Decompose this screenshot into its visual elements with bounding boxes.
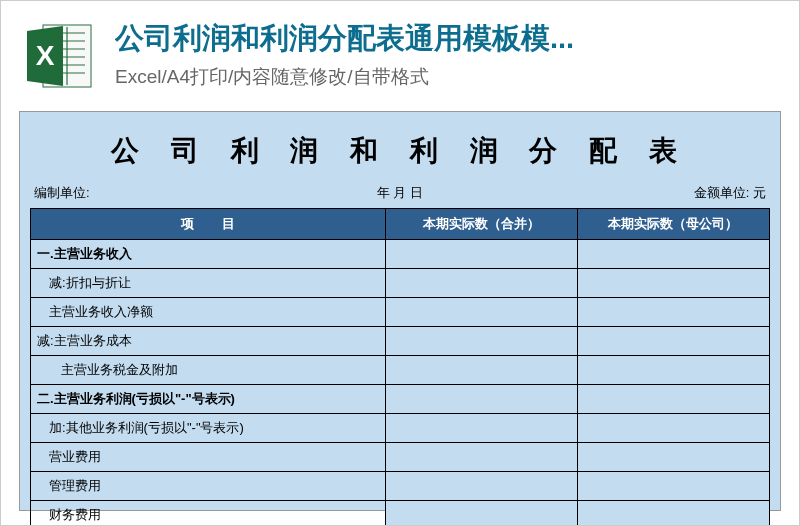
meta-mid: 年 月 日 — [278, 184, 522, 202]
excel-icon: X — [23, 19, 97, 93]
row-col2 — [385, 327, 577, 356]
page-title: 公司利润和利润分配表通用模板模... — [115, 21, 777, 56]
table-row: 减:折扣与折让 — [31, 269, 770, 298]
table-row: 一.主营业务收入 — [31, 240, 770, 269]
table-row: 营业费用 — [31, 443, 770, 472]
th-item: 项目 — [31, 209, 386, 240]
row-col3 — [577, 501, 769, 527]
row-label: 主营业务税金及附加 — [31, 356, 386, 385]
table-row: 主营业务税金及附加 — [31, 356, 770, 385]
table-row: 加:其他业务利润(亏损以"-"号表示) — [31, 414, 770, 443]
sheet-title: 公 司 利 润 和 利 润 分 配 表 — [30, 124, 770, 184]
th-col3: 本期实际数（母公司） — [577, 209, 769, 240]
row-label: 一.主营业务收入 — [31, 240, 386, 269]
row-col2 — [385, 414, 577, 443]
meta-row: 编制单位: 年 月 日 金额单位: 元 — [30, 184, 770, 208]
row-label: 加:其他业务利润(亏损以"-"号表示) — [31, 414, 386, 443]
row-col2 — [385, 472, 577, 501]
meta-left: 编制单位: — [34, 184, 278, 202]
profit-table: 项目 本期实际数（合并） 本期实际数（母公司） 一.主营业务收入减:折扣与折让主… — [30, 208, 770, 526]
row-col2 — [385, 443, 577, 472]
table-row: 财务费用 — [31, 501, 770, 527]
table-row: 主营业务收入净额 — [31, 298, 770, 327]
page-subtitle: Excel/A4打印/内容随意修改/自带格式 — [115, 64, 777, 90]
row-label: 营业费用 — [31, 443, 386, 472]
row-col3 — [577, 414, 769, 443]
row-col3 — [577, 240, 769, 269]
row-col3 — [577, 385, 769, 414]
table-row: 减:主营业务成本 — [31, 327, 770, 356]
svg-text:X: X — [36, 40, 55, 71]
row-col2 — [385, 385, 577, 414]
row-col2 — [385, 240, 577, 269]
row-col3 — [577, 443, 769, 472]
row-col3 — [577, 356, 769, 385]
row-label: 财务费用 — [31, 501, 386, 527]
row-col3 — [577, 472, 769, 501]
row-col2 — [385, 269, 577, 298]
row-col3 — [577, 298, 769, 327]
th-col2: 本期实际数（合并） — [385, 209, 577, 240]
row-col3 — [577, 327, 769, 356]
table-header-row: 项目 本期实际数（合并） 本期实际数（母公司） — [31, 209, 770, 240]
row-col2 — [385, 501, 577, 527]
page-header: X 公司利润和利润分配表通用模板模... Excel/A4打印/内容随意修改/自… — [1, 1, 799, 103]
table-row: 二.主营业务利润(亏损以"-"号表示) — [31, 385, 770, 414]
row-label: 二.主营业务利润(亏损以"-"号表示) — [31, 385, 386, 414]
row-label: 管理费用 — [31, 472, 386, 501]
table-row: 管理费用 — [31, 472, 770, 501]
sheet-preview: 公 司 利 润 和 利 润 分 配 表 编制单位: 年 月 日 金额单位: 元 … — [19, 111, 781, 511]
meta-right: 金额单位: 元 — [522, 184, 766, 202]
row-label: 减:折扣与折让 — [31, 269, 386, 298]
row-label: 减:主营业务成本 — [31, 327, 386, 356]
row-col3 — [577, 269, 769, 298]
row-label: 主营业务收入净额 — [31, 298, 386, 327]
row-col2 — [385, 356, 577, 385]
row-col2 — [385, 298, 577, 327]
table-body: 一.主营业务收入减:折扣与折让主营业务收入净额减:主营业务成本主营业务税金及附加… — [31, 240, 770, 527]
header-text: 公司利润和利润分配表通用模板模... Excel/A4打印/内容随意修改/自带格… — [115, 19, 777, 90]
